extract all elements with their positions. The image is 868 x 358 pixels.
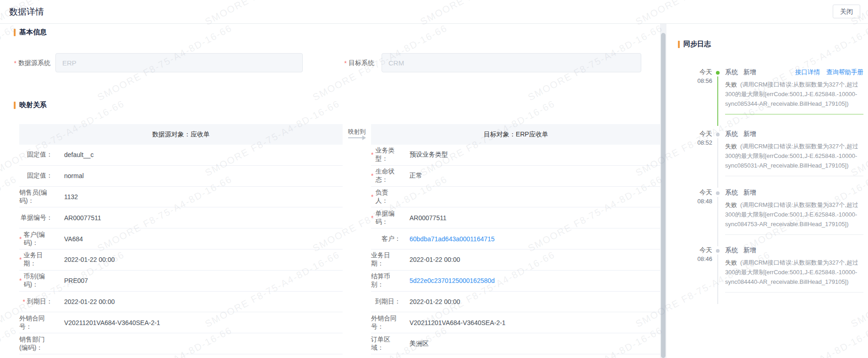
required-asterisk: * bbox=[23, 298, 25, 305]
log-status: 失败 bbox=[725, 81, 737, 88]
log-link[interactable]: 查询帮助手册 bbox=[826, 69, 863, 76]
row-label: 到期日： bbox=[371, 298, 401, 306]
log-divider bbox=[725, 292, 863, 293]
log-actor: 系统 bbox=[725, 68, 738, 76]
section-accent-bar bbox=[14, 29, 16, 36]
row-value: normal bbox=[64, 172, 84, 179]
row-label: 结算币别： bbox=[371, 272, 401, 289]
log-content: 系统新增接口详情查询帮助手册失败(调用CRM接口错误:从数据数量为327个,超过… bbox=[725, 68, 863, 108]
timeline-dot bbox=[716, 71, 720, 75]
table-row: *币别(编码)：PRE007 bbox=[19, 271, 343, 292]
target-system-input[interactable] bbox=[382, 53, 641, 72]
table-row: *负责人： bbox=[371, 187, 661, 208]
row-value-link[interactable]: 60bdba71ad643a0001164715 bbox=[409, 235, 495, 243]
table-row: *客户(编码)：VA684 bbox=[19, 228, 343, 250]
row-label: *币别(编码)： bbox=[19, 272, 53, 289]
log-message: (调用CRM接口错误:从数据数量为327个,超过300的最大限制[errCode… bbox=[725, 201, 858, 228]
log-date: 今天 bbox=[678, 246, 712, 255]
row-label-text: 单据编码： bbox=[375, 210, 401, 226]
row-label-text: 到期日： bbox=[27, 298, 53, 306]
field-label: 目标系统 bbox=[349, 59, 374, 67]
log-divider bbox=[725, 176, 863, 176]
watermark-text: SMOORE F8-75-A4-8D-16-66 bbox=[0, 325, 19, 358]
target-system-label: * 目标系统 bbox=[328, 59, 374, 67]
log-link[interactable]: 接口详情 bbox=[795, 69, 820, 76]
required-asterisk: * bbox=[19, 256, 22, 263]
row-label: 销售部门(编码)： bbox=[19, 336, 53, 352]
log-time: 08:46 bbox=[678, 255, 712, 262]
table-row: 结算币别：5d22e0c2370125000162580d bbox=[371, 271, 661, 292]
row-label-text: 销售员(编码)： bbox=[19, 189, 53, 205]
row-label: *负责人： bbox=[371, 189, 401, 205]
log-action: 新增 bbox=[743, 130, 756, 137]
log-entry: 今天08:56系统新增接口详情查询帮助手册失败(调用CRM接口错误:从数据数量为… bbox=[678, 68, 863, 127]
required-asterisk: * bbox=[14, 60, 16, 67]
section-title: 映射关系 bbox=[19, 101, 47, 109]
source-system-input[interactable] bbox=[55, 53, 303, 72]
mapping-arrow: 映射到 bbox=[343, 124, 371, 145]
section-basic-info: 基本信息 bbox=[14, 28, 47, 37]
table-row: 固定值：default__c bbox=[19, 145, 343, 166]
row-label: 固定值： bbox=[19, 172, 53, 180]
log-divider bbox=[725, 114, 863, 114]
log-message: (调用CRM接口错误:从数据数量为327个,超过300的最大限制[errCode… bbox=[725, 81, 858, 107]
row-label-text: 销售部门(编码)： bbox=[19, 336, 53, 352]
log-time: 08:56 bbox=[678, 77, 712, 84]
target-object-header: 目标对象：ERP应收单 bbox=[371, 124, 661, 145]
right-arrow-icon bbox=[347, 135, 366, 141]
source-system-label: * 数据源系统 bbox=[5, 59, 50, 67]
field-label: 数据源系统 bbox=[18, 59, 50, 67]
log-content: 系统新增失败(调用CRM接口错误:从数据数量为327个,超过300的最大限制[e… bbox=[725, 188, 863, 229]
required-asterisk: * bbox=[19, 277, 22, 284]
section-accent-bar bbox=[14, 102, 16, 109]
log-actor: 系统 bbox=[725, 246, 738, 254]
row-label: 销售员(编码)： bbox=[19, 189, 53, 205]
timeline-connector bbox=[717, 197, 718, 246]
log-date: 今天 bbox=[678, 130, 712, 138]
row-label: *单据编码： bbox=[371, 210, 401, 226]
timeline-connector bbox=[717, 255, 718, 304]
log-message-block: 失败(调用CRM接口错误:从数据数量为327个,超过300的最大限制[errCo… bbox=[725, 200, 863, 229]
watermark-text: SMOORE F8-75-A4-8D-16-66 bbox=[742, 325, 868, 358]
log-message-block: 失败(调用CRM接口错误:从数据数量为327个,超过300的最大限制[errCo… bbox=[725, 80, 863, 108]
row-value: AR00077511 bbox=[64, 214, 101, 222]
row-value: 2022-01-22 00:00 bbox=[409, 256, 460, 263]
log-action: 新增 bbox=[743, 246, 756, 254]
row-value-link[interactable]: 5d22e0c2370125000162580d bbox=[409, 277, 495, 284]
log-content: 系统新增失败(调用CRM接口错误:从数据数量为327个,超过300的最大限制[e… bbox=[725, 246, 863, 287]
row-label: 外销合同号： bbox=[19, 315, 53, 331]
row-label-text: 固定值： bbox=[27, 172, 53, 180]
watermark-text: SMOORE F8-75-A4-8D-16-66 bbox=[0, 174, 19, 254]
log-head: 系统新增 bbox=[725, 188, 863, 196]
row-label-text: 业务日期： bbox=[23, 251, 53, 268]
log-message: (调用CRM接口错误:从数据数量为327个,超过300的最大限制[errCode… bbox=[725, 259, 858, 285]
row-label-text: 单据编号： bbox=[21, 214, 53, 222]
arrow-label: 映射到 bbox=[348, 128, 366, 135]
row-value: 2022-01-22 00:00 bbox=[409, 298, 460, 305]
row-label: 单据编号： bbox=[19, 214, 53, 222]
row-label: *客户(编码)： bbox=[19, 231, 53, 247]
table-row: *到期日：2022-01-22 00:00 bbox=[19, 292, 343, 313]
table-row: 订单区域：美洲区 bbox=[371, 333, 661, 354]
log-status: 失败 bbox=[725, 201, 737, 208]
log-date: 今天 bbox=[678, 68, 712, 76]
row-label-text: 币别(编码)： bbox=[23, 272, 53, 289]
required-asterisk: * bbox=[344, 60, 347, 67]
close-button[interactable]: 关闭 bbox=[833, 5, 860, 18]
row-value: default__c bbox=[64, 151, 94, 158]
row-label: *生命状态： bbox=[371, 168, 401, 184]
row-value: AR00077511 bbox=[409, 214, 447, 222]
scrollbar-thumb[interactable] bbox=[661, 33, 666, 358]
log-date: 今天 bbox=[678, 189, 712, 197]
row-label-text: 结算币别： bbox=[371, 272, 401, 289]
row-label-text: 外销合同号： bbox=[19, 315, 53, 331]
table-row: *单据编码：AR00077511 bbox=[371, 207, 661, 228]
target-rows: *业务类型：预设业务类型*生命状态：正常*负责人：*单据编码：AR0007751… bbox=[371, 145, 661, 354]
required-asterisk: * bbox=[371, 172, 373, 179]
log-status: 失败 bbox=[725, 259, 737, 266]
row-value: V20211201VA684-V3640SEA-2-1 bbox=[64, 319, 160, 326]
table-row: 销售部门(编码)： bbox=[19, 333, 343, 354]
row-label-text: 客户： bbox=[382, 235, 401, 243]
required-asterisk: * bbox=[371, 193, 373, 201]
page-title: 数据详情 bbox=[9, 6, 44, 18]
